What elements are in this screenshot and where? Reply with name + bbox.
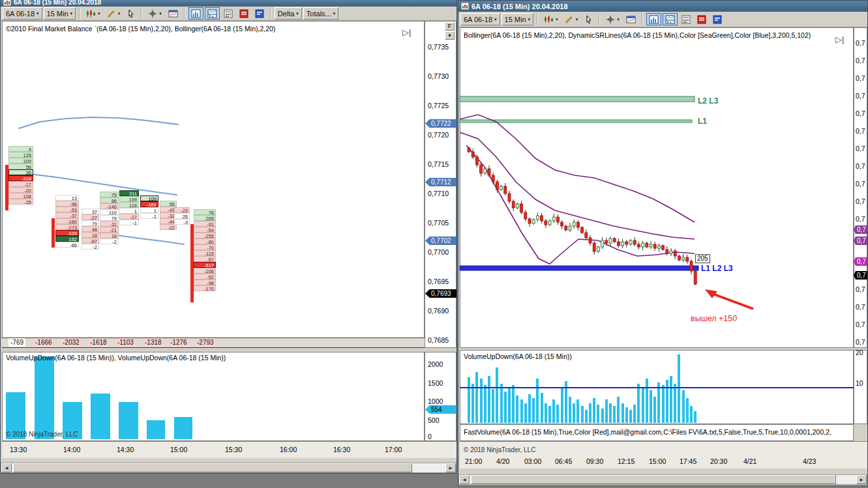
footprint-cell: -2 xyxy=(82,244,99,250)
chart-window-button[interactable] xyxy=(166,7,181,20)
footprint-cell: -115 xyxy=(194,250,216,256)
volume-bar xyxy=(471,384,474,423)
strategy-button[interactable] xyxy=(252,7,267,20)
footprint-cell: -21 xyxy=(100,227,119,233)
volume-bar xyxy=(532,398,535,423)
volume-bar xyxy=(678,354,680,423)
totals-cell: -2793 xyxy=(195,338,216,347)
volume-bar xyxy=(492,389,494,423)
price-axis-label: 0,7 xyxy=(856,338,865,346)
dropdown-arrow-icon: ▾ xyxy=(528,17,531,22)
desktop: 6A 06-18 (15 Min) 20.04.2018 6A 06-18▾15… xyxy=(0,0,868,488)
volume-bar xyxy=(593,398,595,423)
volume-bar xyxy=(670,376,672,423)
footprint-cell: -11 xyxy=(100,221,119,227)
drawing-tools-button[interactable]: ▾ xyxy=(104,7,123,20)
indicator-panel-button[interactable] xyxy=(205,7,220,20)
go-to-end-icon[interactable]: ▷| xyxy=(835,35,844,44)
volume-bar xyxy=(581,406,584,423)
left-price-plot[interactable] xyxy=(2,21,425,348)
volume-axis-label: 1000 xyxy=(428,397,443,405)
left-h-scrollbar[interactable]: ◄ ► xyxy=(1,463,456,473)
volume-bar xyxy=(119,402,138,439)
instrument-selector-label: 6A 06-18 xyxy=(464,16,492,23)
footprint-cell: -3 xyxy=(174,219,190,225)
time-axis-label: 4/23 xyxy=(803,457,816,465)
scroll-right-button[interactable]: ► xyxy=(445,463,456,472)
volume-bar xyxy=(637,384,640,423)
time-axis-label: 15:30 xyxy=(225,446,242,453)
volume-axis-label: 500 xyxy=(428,416,440,424)
scroll-right-button[interactable]: ► xyxy=(856,475,867,484)
right-h-scrollbar[interactable]: ◄ ► xyxy=(458,474,867,485)
footprint-cell: 265 xyxy=(194,215,216,221)
alerts-button[interactable] xyxy=(695,13,709,25)
right-volume-axis[interactable] xyxy=(854,350,867,424)
footprint-cell: -170 xyxy=(194,285,216,291)
interval-selector-label: 15 Min xyxy=(47,10,68,18)
cursor-button[interactable] xyxy=(124,7,138,20)
alerts-button[interactable] xyxy=(237,7,251,20)
copyright-right: © 2018 NinjaTrader, LLC xyxy=(464,446,535,453)
volume-bar xyxy=(589,403,591,423)
footprint-cell: 125 xyxy=(8,152,33,158)
axis-dropdown-button[interactable]: ▼ xyxy=(445,31,455,40)
right-price-plot[interactable] xyxy=(460,27,854,348)
footprint-cell: -98 xyxy=(194,280,216,285)
dropdown-arrow-icon: ▾ xyxy=(494,17,497,22)
indicator-panel-button[interactable] xyxy=(663,13,678,25)
crosshair-button[interactable]: ▾ xyxy=(145,7,164,20)
scroll-left-button[interactable]: ◄ xyxy=(1,463,12,472)
volume-bar xyxy=(646,379,648,423)
totals-selector[interactable]: Totals...▾ xyxy=(303,7,338,20)
interval-selector[interactable]: 15 Min▾ xyxy=(44,7,76,20)
volume-bar xyxy=(541,393,543,423)
f-button[interactable]: F xyxy=(445,22,455,31)
scroll-track[interactable] xyxy=(12,463,445,472)
instrument-selector[interactable]: 6A 06-18▾ xyxy=(460,13,500,25)
properties-button[interactable] xyxy=(679,13,693,25)
volume-bar xyxy=(629,410,632,423)
left-window-titlebar[interactable]: 6A 06-18 (15 Min) 20.04.2018 xyxy=(1,0,456,7)
footprint-cell: -91 xyxy=(194,221,216,227)
pencil-icon xyxy=(107,9,116,18)
footprint-cell: -96 xyxy=(55,201,79,207)
scroll-track[interactable] xyxy=(470,475,856,484)
time-axis-label: 14:00 xyxy=(63,446,80,453)
volume-bar xyxy=(621,403,624,423)
chart-window-button[interactable] xyxy=(623,13,638,25)
drawing-tools-button[interactable]: ▾ xyxy=(562,13,581,25)
volume-bar xyxy=(569,397,571,423)
scroll-thumb[interactable] xyxy=(13,463,412,472)
pencil-icon xyxy=(565,15,574,24)
price-axis-label: 0,7 xyxy=(856,321,865,328)
volume-bar xyxy=(496,367,498,423)
data-series-button[interactable] xyxy=(646,13,661,25)
volume-bar xyxy=(545,403,547,423)
redbox-icon xyxy=(239,9,248,18)
chart-style-button[interactable]: ▾ xyxy=(83,7,103,20)
chartwin-icon xyxy=(168,9,178,18)
cursor-button[interactable] xyxy=(582,13,595,25)
delta-selector[interactable]: Delta▾ xyxy=(275,7,302,20)
time-axis-label: 16:30 xyxy=(333,446,350,453)
delta-selector-label: Delta xyxy=(278,10,295,18)
right-indicator-label: Bollinger(6A 06-18 (15 Min),2,20), Dynam… xyxy=(464,31,811,39)
strategy-button[interactable] xyxy=(710,13,725,25)
data-series-button[interactable] xyxy=(188,7,203,20)
volume-bar xyxy=(520,399,523,423)
toolbar-separator xyxy=(642,14,643,25)
chart-style-button[interactable]: ▾ xyxy=(541,13,561,25)
crosshair-button[interactable]: ▾ xyxy=(603,13,622,25)
crosshair-icon xyxy=(148,9,157,18)
scroll-left-button[interactable]: ◄ xyxy=(459,475,470,484)
instrument-selector[interactable]: 6A 06-18▾ xyxy=(3,7,42,20)
redbox-icon xyxy=(697,15,706,24)
right-window-titlebar[interactable]: 6A 06-18 (15 Min) 20.04.2018 xyxy=(458,1,867,12)
scroll-thumb[interactable] xyxy=(471,475,836,484)
dropdown-arrow-icon: ▾ xyxy=(617,17,620,22)
properties-button[interactable] xyxy=(221,7,235,20)
interval-selector[interactable]: 15 Min▾ xyxy=(501,13,534,25)
volume-bar xyxy=(504,392,507,423)
go-to-end-icon[interactable]: ▷| xyxy=(402,27,411,37)
